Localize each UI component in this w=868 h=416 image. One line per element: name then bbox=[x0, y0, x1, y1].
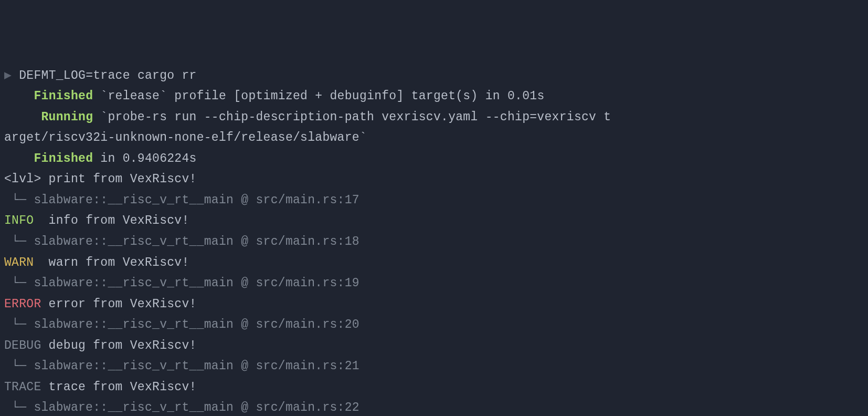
log-location: └─ slabware::__risc_v_rt__main @ src/mai… bbox=[4, 193, 359, 207]
log-location: └─ slabware::__risc_v_rt__main @ src/mai… bbox=[4, 359, 359, 373]
log-message: debug from VexRiscv! bbox=[41, 339, 197, 352]
probe-finished-rest: in 0.9406224s bbox=[93, 152, 196, 165]
log-message: warn from VexRiscv! bbox=[41, 256, 189, 269]
log-location: └─ slabware::__risc_v_rt__main @ src/mai… bbox=[4, 235, 359, 248]
log-location: └─ slabware::__risc_v_rt__main @ src/mai… bbox=[4, 318, 359, 331]
probe-finished-label: Finished bbox=[34, 152, 93, 165]
indent bbox=[4, 89, 34, 103]
log-level-info: INFO bbox=[4, 214, 41, 227]
cargo-finished-label: Finished bbox=[34, 89, 93, 103]
command-text: DEFMT_LOG=trace cargo rr bbox=[19, 69, 196, 82]
log-message: print from VexRiscv! bbox=[41, 172, 197, 186]
log-location: └─ slabware::__risc_v_rt__main @ src/mai… bbox=[4, 276, 359, 290]
log-level-error: ERROR bbox=[4, 297, 41, 311]
log-location: └─ slabware::__risc_v_rt__main @ src/mai… bbox=[4, 401, 359, 414]
log-level-warn: WARN bbox=[4, 256, 41, 269]
prompt-arrow: ▶ bbox=[4, 69, 19, 82]
cargo-running-label: Running bbox=[41, 110, 93, 124]
indent bbox=[4, 110, 41, 124]
log-message: trace from VexRiscv! bbox=[41, 380, 197, 394]
log-level: <lvl> bbox=[4, 172, 41, 186]
cargo-running-rest-1: `probe-rs run --chip-description-path ve… bbox=[93, 110, 611, 124]
log-level-trace: TRACE bbox=[4, 380, 41, 394]
terminal-output[interactable]: ▶ DEFMT_LOG=trace cargo rr Finished `rel… bbox=[4, 66, 864, 416]
indent bbox=[4, 152, 34, 165]
log-message: info from VexRiscv! bbox=[41, 214, 189, 227]
log-level-debug: DEBUG bbox=[4, 339, 41, 352]
log-message: error from VexRiscv! bbox=[41, 297, 197, 311]
cargo-running-rest-2: arget/riscv32i-unknown-none-elf/release/… bbox=[4, 131, 367, 144]
cargo-finished-rest: `release` profile [optimized + debuginfo… bbox=[93, 89, 544, 103]
